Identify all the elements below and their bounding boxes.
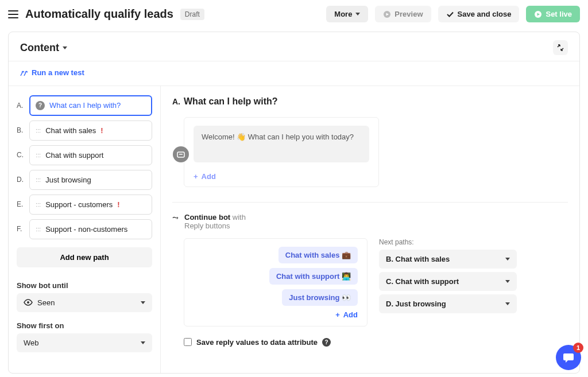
path-label: Chat with sales [45, 126, 96, 135]
help-icon[interactable]: ? [322, 338, 331, 347]
welcome-message[interactable]: Welcome! 👋 What can I help you with toda… [194, 126, 369, 162]
question-icon: ? [36, 101, 45, 110]
path-item[interactable]: ?What can I help with? [29, 95, 152, 116]
show-until-label: Show bot until [17, 281, 152, 290]
menu-icon[interactable] [8, 10, 18, 18]
plus-icon: + [335, 310, 340, 319]
chat-launcher[interactable]: 1 [556, 345, 581, 370]
path-letter: D. [17, 176, 25, 184]
next-path-item[interactable]: C. Chat with support [379, 272, 517, 291]
warning-icon: ! [117, 200, 119, 209]
expand-button[interactable] [553, 40, 568, 55]
path-letter: A. [17, 102, 25, 110]
plus-icon: + [194, 172, 198, 181]
path-item[interactable]: :::Chat with support [29, 145, 152, 165]
add-reply-link[interactable]: + Add [335, 310, 358, 319]
path-label: What can I help with? [49, 101, 121, 110]
reply-pill[interactable]: Chat with support 👨‍💻 [269, 268, 358, 285]
next-paths-label: Next paths: [379, 238, 517, 246]
continue-sub-label: Reply buttons [184, 221, 230, 230]
arrow-right-icon: ⤳ [172, 213, 179, 222]
message-block[interactable]: Welcome! 👋 What can I help you with toda… [184, 117, 379, 187]
chevron-down-icon [355, 13, 360, 15]
drag-icon: ::: [36, 151, 41, 158]
chevron-down-icon [505, 258, 510, 261]
drag-icon: ::: [36, 226, 41, 232]
add-message-link[interactable]: + Add [194, 172, 216, 181]
path-title: What can I help with? [184, 96, 278, 107]
save-close-button[interactable]: Save and close [438, 6, 520, 22]
chevron-down-icon [141, 301, 145, 304]
reply-pill[interactable]: Just browsing 👀 [282, 289, 358, 306]
save-reply-checkbox[interactable] [184, 338, 192, 346]
path-letter: B. [17, 126, 25, 134]
path-letter: A. [172, 97, 180, 106]
notification-badge: 1 [573, 343, 583, 353]
path-label: Just browsing [45, 176, 91, 184]
path-letter: C. [17, 151, 25, 159]
drag-icon: ::: [36, 127, 41, 134]
bot-avatar-icon [173, 146, 189, 162]
next-path-item[interactable]: D. Just browsing [379, 294, 517, 313]
set-live-button[interactable]: Set live [526, 6, 580, 22]
next-path-item[interactable]: B. Chat with sales [379, 250, 517, 269]
eye-icon [24, 299, 33, 306]
chevron-down-icon [141, 341, 145, 344]
path-item[interactable]: :::Just browsing [29, 170, 152, 190]
show-first-label: Show first on [17, 321, 152, 330]
save-reply-label: Save reply values to data attribute [196, 338, 318, 347]
page-title: Automatically qualify leads [25, 7, 173, 21]
path-label: Chat with support [45, 151, 103, 160]
show-first-select[interactable]: Web [17, 333, 152, 352]
svg-rect-6 [179, 154, 183, 155]
chevron-down-icon [505, 302, 510, 305]
run-test-link[interactable]: Run a new test [20, 68, 84, 77]
path-item[interactable]: :::Support - non-customers [29, 219, 152, 239]
content-dropdown[interactable]: Content [20, 42, 67, 54]
path-letter: F. [17, 225, 25, 233]
chevron-down-icon [63, 46, 67, 49]
drag-icon: ::: [36, 176, 41, 183]
preview-button[interactable]: Preview [375, 6, 431, 22]
chevron-down-icon [505, 280, 510, 283]
continue-bot-label: Continue bot [184, 213, 230, 221]
warning-icon: ! [100, 126, 103, 135]
path-item[interactable]: :::Chat with sales ! [29, 121, 152, 141]
path-label: Support - customers [45, 200, 113, 209]
reply-pill[interactable]: Chat with sales 💼 [278, 247, 358, 263]
more-button[interactable]: More [326, 6, 368, 22]
show-until-select[interactable]: Seen [17, 293, 152, 312]
add-path-button[interactable]: Add new path [17, 247, 152, 267]
reply-buttons-block: Chat with sales 💼Chat with support 👨‍💻Ju… [184, 238, 368, 327]
drag-icon: ::: [36, 201, 41, 208]
path-letter: E. [17, 200, 25, 208]
path-item[interactable]: :::Support - customers ! [29, 195, 152, 215]
status-badge: Draft [180, 9, 204, 20]
path-label: Support - non-customers [45, 225, 127, 234]
svg-point-4 [27, 301, 29, 304]
